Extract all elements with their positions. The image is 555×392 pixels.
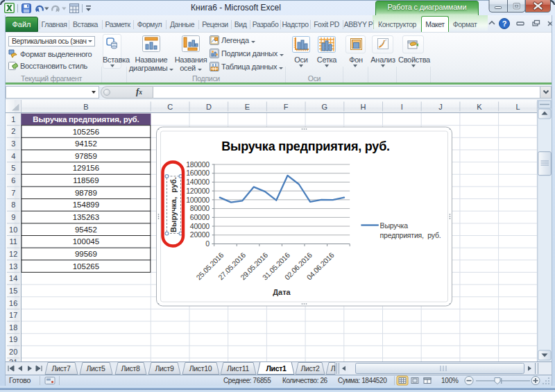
svg-text:16: 16 [9,298,17,307]
svg-text:95452: 95452 [75,225,97,233]
svg-text:135263: 135263 [73,213,99,221]
svg-text:10: 10 [9,225,17,233]
svg-text:18: 18 [9,323,17,331]
svg-text:105256: 105256 [73,127,99,135]
svg-text:Лист10: Лист10 [189,364,212,373]
svg-text:Среднее: 76855: Среднее: 76855 [223,377,271,384]
svg-text:Лист7: Лист7 [51,364,71,373]
svg-text:Л: Л [331,364,336,373]
svg-text:Выручка предприятия, руб.: Выручка предприятия, руб. [33,114,139,123]
svg-text:Лист8: Лист8 [121,364,140,373]
svg-text:14: 14 [9,274,17,282]
svg-text:H: H [361,102,366,110]
svg-text:Дата: Дата [273,287,291,296]
svg-text:154899: 154899 [73,201,99,209]
svg-text:7: 7 [11,188,15,196]
svg-text:B: B [83,102,88,110]
svg-text:118569: 118569 [73,176,99,185]
svg-text:1: 1 [11,114,15,123]
svg-text:120000: 120000 [186,186,210,194]
svg-text:D: D [206,102,212,110]
svg-text:предприятия, руб.: предприятия, руб. [380,231,441,239]
svg-text:11: 11 [9,237,17,246]
svg-text:13: 13 [9,262,17,270]
svg-text:160000: 160000 [186,169,210,177]
svg-text:?: ? [502,19,507,28]
svg-text:20: 20 [9,348,17,356]
svg-text:100045: 100045 [73,237,99,246]
svg-text:15: 15 [9,286,17,294]
svg-text:19: 19 [9,335,17,343]
svg-text:80000: 80000 [190,204,210,212]
svg-text:180000: 180000 [186,160,210,168]
svg-text:Выручка предприятия, руб.: Выручка предприятия, руб. [221,139,390,153]
svg-text:20000: 20000 [190,230,210,239]
svg-text:100000: 100000 [186,195,210,203]
svg-text:Выручка, руб.: Выручка, руб. [169,177,178,232]
svg-text:J: J [438,102,443,110]
svg-text:98789: 98789 [75,188,97,196]
svg-text:105265: 105265 [73,262,99,270]
svg-text:3: 3 [11,139,15,148]
svg-text:12: 12 [9,249,17,257]
svg-text:L: L [515,102,520,110]
svg-text:60000: 60000 [190,212,210,221]
svg-text:100%: 100% [441,377,459,384]
svg-text:Лист2: Лист2 [300,364,320,373]
svg-text:Лист11: Лист11 [227,364,249,373]
svg-text:8: 8 [11,201,15,209]
svg-text:17: 17 [9,311,17,319]
svg-text:5: 5 [11,164,15,172]
svg-text:2: 2 [11,127,15,135]
svg-text:40000: 40000 [190,221,210,230]
svg-text:I: I [401,102,403,110]
svg-text:Сумма: 1844520: Сумма: 1844520 [338,377,387,384]
svg-text:Выручка: Выручка [380,221,409,230]
svg-text:129156: 129156 [73,164,99,172]
svg-text:97859: 97859 [75,151,97,160]
svg-text:K: K [477,102,482,110]
svg-text:C: C [167,102,173,110]
svg-text:9: 9 [11,212,15,221]
svg-text:140000: 140000 [186,178,210,186]
svg-text:Лист5: Лист5 [86,364,105,373]
svg-text:Лист1: Лист1 [266,364,287,373]
svg-text:4: 4 [11,151,15,160]
svg-text:Количество: 26: Количество: 26 [282,377,328,384]
svg-text:99569: 99569 [75,250,97,258]
svg-text:94152: 94152 [75,139,97,148]
svg-text:6: 6 [11,176,15,185]
svg-text:G: G [322,102,328,110]
svg-text:Лист9: Лист9 [155,364,174,373]
svg-text:Готово: Готово [9,376,31,384]
svg-text:0: 0 [205,239,210,248]
svg-text:E: E [245,102,250,110]
svg-text:F: F [284,102,289,110]
